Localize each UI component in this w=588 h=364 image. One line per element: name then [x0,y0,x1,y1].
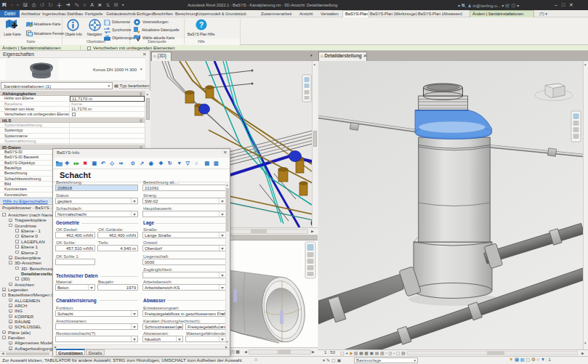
svg-text:?: ? [199,21,204,29]
